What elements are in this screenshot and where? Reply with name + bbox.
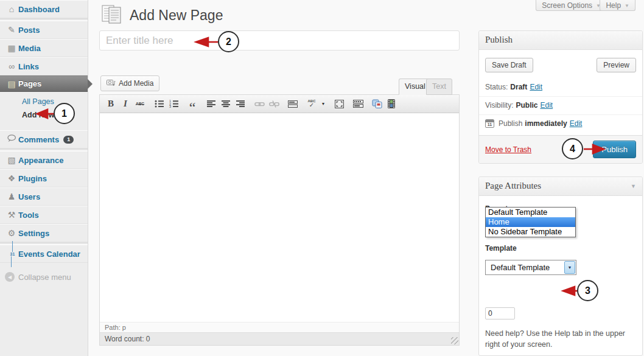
- sidebar-item-links[interactable]: ∞ Links: [0, 57, 88, 75]
- sidebar-item-tools[interactable]: ⚒ Tools: [0, 206, 88, 224]
- editor-toolbar: B I ABC 123 “ ABC ✓ ▾: [100, 95, 459, 113]
- help-button[interactable]: Help ▼: [600, 0, 635, 11]
- sidebar-item-comments[interactable]: Comments 1: [0, 130, 88, 148]
- sidebar-item-label: Posts: [18, 26, 40, 35]
- sidebar-item-label: Media: [18, 44, 41, 53]
- order-input[interactable]: [485, 307, 515, 319]
- screen-options-button[interactable]: Screen Options ▼: [536, 0, 607, 11]
- bullet-list-icon[interactable]: [152, 98, 166, 110]
- sidebar-item-label: Comments: [18, 135, 59, 144]
- tab-text[interactable]: Text: [426, 79, 452, 95]
- path-label: Path:: [105, 324, 121, 331]
- template-label: Template: [485, 244, 636, 253]
- edit-schedule-link[interactable]: Edit: [570, 119, 583, 128]
- camera-media-icon: [107, 79, 116, 88]
- svg-text:3: 3: [169, 105, 171, 108]
- media-icon: ▦: [5, 43, 18, 53]
- spellcheck-caret-icon[interactable]: ▾: [320, 98, 327, 110]
- word-count-label: Word count:: [105, 335, 144, 343]
- sidebar-item-label: Links: [18, 62, 39, 71]
- visibility-row: Visibility: Public Edit: [479, 96, 642, 114]
- page-attributes-title: Page Attributes: [485, 181, 541, 191]
- publish-metabox: Publish Save Draft Preview Status: Draft…: [478, 30, 643, 164]
- collapse-arrow-icon: ◀: [5, 272, 15, 282]
- word-count-value: 0: [146, 335, 150, 343]
- edit-visibility-link[interactable]: Edit: [540, 101, 553, 110]
- strikethrough-icon[interactable]: ABC: [133, 98, 147, 110]
- page-attributes-heading: Page Attributes ▼: [479, 177, 642, 196]
- sidebar-item-users[interactable]: ♟ Users: [0, 187, 88, 206]
- template-select[interactable]: Default Template ▼: [485, 260, 576, 275]
- add-media-label: Add Media: [119, 79, 153, 88]
- active-item-arrow: [88, 79, 93, 89]
- comments-count-badge: 1: [63, 136, 74, 144]
- sidebar-item-add-new[interactable]: Add New: [0, 108, 88, 122]
- sidebar-item-appearance[interactable]: ▧ Appearance: [0, 151, 88, 169]
- kitchen-sink-icon[interactable]: [351, 98, 365, 110]
- preview-button[interactable]: Preview: [597, 58, 636, 72]
- template-option-no-sidebar[interactable]: No Sidebar Template: [486, 227, 575, 237]
- sidebar-item-media[interactable]: ▦ Media: [0, 39, 88, 57]
- status-label: Status:: [485, 83, 508, 91]
- align-center-icon[interactable]: [219, 98, 233, 110]
- sidebar-item-dashboard[interactable]: ⌂ Dashboard: [0, 0, 88, 18]
- bold-icon[interactable]: B: [104, 98, 117, 110]
- page-attributes-help-text: Need help? Use the Help tab in the upper…: [485, 328, 636, 350]
- tools-icon: ⚒: [5, 210, 18, 220]
- visibility-label: Visibility:: [485, 101, 513, 110]
- spellcheck-icon[interactable]: ABC ✓: [305, 98, 318, 110]
- visibility-value: Public: [516, 101, 537, 110]
- align-left-icon[interactable]: [205, 98, 218, 110]
- sidebar-item-plugins[interactable]: ❖ Plugins: [0, 169, 88, 187]
- sidebar-item-label: Events Calendar: [18, 250, 80, 259]
- align-right-icon[interactable]: [234, 98, 247, 110]
- page-attributes-metabox: Page Attributes ▼ Parent (no parent) ▼ T…: [478, 176, 643, 356]
- publish-button[interactable]: Publish: [593, 141, 636, 158]
- schedule-row: 11 Publish immediately Edit: [479, 114, 642, 133]
- links-icon: ∞: [5, 61, 18, 71]
- sidebar-item-label: Users: [18, 192, 40, 201]
- schedule-value: immediately: [525, 119, 567, 128]
- appearance-icon: ▧: [5, 155, 18, 165]
- template-option-home[interactable]: Home: [486, 217, 575, 227]
- editor: B I ABC 123 “ ABC ✓ ▾: [99, 94, 460, 346]
- path-value: p: [122, 324, 126, 331]
- template-option-default[interactable]: Default Template: [486, 208, 575, 217]
- link-icon[interactable]: [253, 98, 266, 110]
- move-to-trash-link[interactable]: Move to Trash: [485, 145, 531, 154]
- sidebar-item-events-calendar[interactable]: 31 Events Calendar: [0, 245, 88, 263]
- dashboard-icon: ⌂: [5, 4, 18, 14]
- unlink-icon[interactable]: [267, 98, 281, 110]
- comment-bubble-icon: [5, 134, 18, 144]
- layers-blue-icon[interactable]: [370, 98, 383, 110]
- metabox-toggle-icon[interactable]: ▼: [631, 183, 636, 189]
- edit-status-link[interactable]: Edit: [530, 83, 542, 91]
- sidebar-item-posts[interactable]: ✎ Posts: [0, 21, 88, 39]
- chevron-down-icon: ▼: [625, 3, 629, 9]
- sidebar-item-all-pages[interactable]: All Pages: [0, 95, 88, 108]
- editor-content-area[interactable]: [100, 113, 459, 322]
- italic-icon[interactable]: I: [119, 98, 132, 110]
- sidebar-item-label: Pages: [18, 79, 41, 88]
- sidebar-item-pages[interactable]: ▤ Pages: [0, 75, 88, 92]
- plugins-icon: ❖: [5, 173, 18, 183]
- pages-screen-icon: [100, 4, 124, 27]
- page-title: Add New Page: [130, 7, 223, 24]
- resize-grip[interactable]: [451, 337, 458, 344]
- add-media-button[interactable]: Add Media: [100, 75, 159, 91]
- spellcheck-check-glyph: ✓: [309, 102, 314, 108]
- collapse-menu-button[interactable]: ◀ Collapse menu: [0, 270, 88, 284]
- publishing-actions: Move to Trash Publish: [479, 135, 642, 163]
- blockquote-icon[interactable]: “: [186, 98, 199, 110]
- editor-wordcount-bar: Word count: 0: [100, 332, 459, 345]
- numbered-list-icon[interactable]: 123: [167, 98, 180, 110]
- fullscreen-icon[interactable]: [332, 98, 346, 110]
- calendar-icon: 31: [5, 242, 18, 267]
- title-input[interactable]: [99, 30, 460, 51]
- save-draft-button[interactable]: Save Draft: [485, 58, 533, 72]
- more-tag-icon[interactable]: [286, 98, 299, 110]
- filmstrip-icon[interactable]: [385, 98, 398, 110]
- sidebar-item-settings[interactable]: ⚙ Settings: [0, 224, 88, 242]
- calendar-icon: 11: [485, 119, 494, 128]
- publish-box-title: Publish: [485, 35, 513, 45]
